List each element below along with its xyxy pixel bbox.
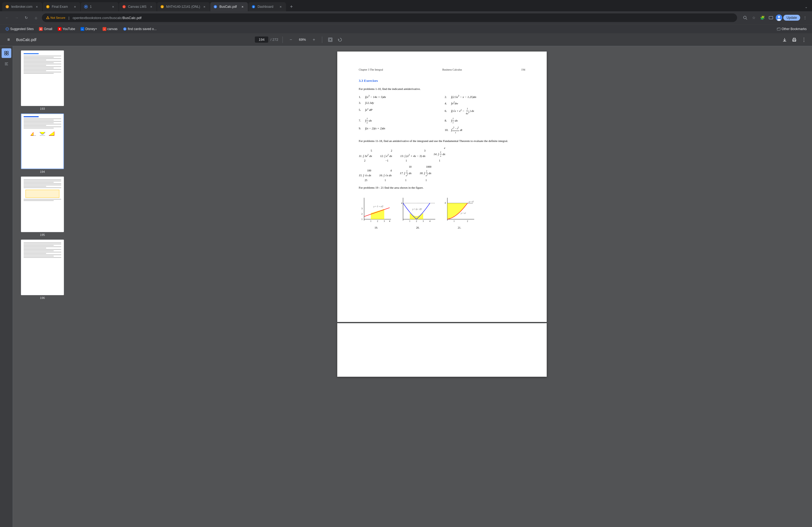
problem-9: 9. ∫(x − 2)(x + 2)dx (359, 126, 439, 134)
youtube-icon (58, 27, 61, 31)
outline-view-button[interactable] (2, 59, 11, 69)
extension-icon[interactable]: 🧩 (758, 14, 766, 21)
zoom-in-button[interactable]: + (310, 36, 318, 44)
tab-close-dashboard[interactable]: ✕ (278, 4, 283, 9)
svg-rect-36 (329, 39, 331, 41)
back-button[interactable]: ← (3, 14, 11, 21)
thumbnail-194[interactable]: 194 (21, 114, 64, 174)
tab-canvas[interactable]: C Canvas LMS ✕ (119, 2, 157, 11)
bookmark-find-cards-label: find cards saved o... (128, 27, 157, 31)
pdf-menu-button[interactable]: ≡ (4, 35, 13, 44)
thumb-img-195 (21, 177, 64, 232)
tab-close-canvas[interactable]: ✕ (149, 4, 153, 9)
home-button[interactable]: ⌂ (32, 14, 40, 21)
thumbnail-196[interactable]: 196 (21, 240, 64, 299)
tab-dashboard[interactable]: ★ Dashboard ✕ (248, 2, 286, 11)
bookmarks-folder-icon (777, 27, 781, 31)
tab-close-buscalc[interactable]: ✕ (240, 4, 245, 9)
other-bookmarks[interactable]: Other Bookmarks (775, 27, 809, 31)
svg-text:1: 1 (370, 220, 371, 223)
bookmark-icon[interactable]: ☆ (750, 14, 757, 21)
profile-avatar[interactable] (776, 15, 782, 21)
reload-button[interactable]: ↻ (23, 14, 30, 21)
zoom-out-button[interactable]: − (287, 36, 294, 44)
tab-buscalc[interactable]: B BusCalc.pdf ✕ (210, 2, 248, 11)
problem-18: 1000 18. ∫ 1x2 dx 1 (420, 165, 432, 182)
tab-expand-button[interactable]: ⌄ (802, 3, 810, 11)
bookmark-gmail[interactable]: M Gmail (37, 27, 54, 31)
pdf-page-content: Chapter 3 The Integral Business Calculus… (337, 51, 547, 322)
sidebar-icons (0, 46, 13, 527)
svg-text:c: c (104, 28, 105, 30)
cast-icon[interactable] (767, 14, 775, 21)
header-right: 194 (521, 67, 525, 72)
forward-button[interactable]: → (13, 14, 20, 21)
instruction-2: For problems 11-18, find an antiderivati… (359, 139, 525, 143)
other-bookmarks-label: Other Bookmarks (782, 27, 807, 31)
bookmark-disney[interactable]: D+ Disney+ (78, 27, 99, 31)
tab-math[interactable]: M MATH140-12141 (ONL) ✕ (157, 2, 210, 11)
more-options-pdf-icon[interactable]: ⋮ (800, 36, 808, 44)
search-icon[interactable] (741, 14, 749, 21)
bookmark-youtube[interactable]: YouTube (56, 27, 77, 31)
fit-page-button[interactable] (327, 36, 334, 44)
tab-favicon-buscalc: B (214, 5, 217, 9)
tab-close-1[interactable]: ✕ (111, 4, 115, 9)
svg-text:4: 4 (389, 220, 390, 223)
problem-1: 1. ∫(x3 − 14x + 5)dx (359, 94, 439, 99)
tab-close-textbroker[interactable]: ✕ (35, 4, 39, 9)
thumb-num-196: 196 (40, 296, 45, 299)
rotate-button[interactable] (336, 36, 344, 44)
bookmark-find-cards[interactable]: G find cards saved o... (121, 27, 159, 31)
svg-text:4: 4 (429, 220, 431, 223)
problem-2: 2. ∫(2.5x3 − x − 1.25)dx (445, 94, 525, 99)
tab-1[interactable]: 1 ✕ (81, 2, 118, 11)
bookmark-canvas[interactable]: c canvas (100, 27, 120, 31)
svg-rect-43 (7, 54, 8, 55)
divider (282, 36, 283, 43)
svg-text:1: 1 (453, 220, 454, 223)
tab-finalexam[interactable]: F Final Exam ✕ (43, 2, 80, 11)
svg-rect-35 (329, 38, 332, 42)
svg-text:y = x²: y = x² (461, 212, 466, 214)
tab-title-textbroker: textbroker.com (11, 5, 32, 9)
find-cards-icon: G (123, 27, 127, 31)
download-button[interactable] (781, 36, 788, 44)
graph-20-svg: 4 1 2 3 4 (399, 195, 437, 225)
browser-actions: ☆ 🧩 Update ⋮ (741, 14, 809, 21)
bookmark-suggested-sites[interactable]: Suggested Sites (3, 27, 36, 31)
url-input[interactable]: ! Not Secure | opentextbookstore.com/bus… (42, 13, 737, 22)
tab-title-finalexam: Final Exam (52, 5, 71, 9)
svg-rect-39 (793, 40, 795, 41)
svg-text:3: 3 (361, 207, 362, 210)
more-options-icon[interactable]: ⋮ (801, 14, 809, 21)
problem-16: 4 16. ∫ √x dx 1 (379, 168, 392, 182)
svg-line-16 (746, 18, 747, 19)
thumbnail-panel[interactable]: 193 (13, 46, 72, 527)
thumbnail-195[interactable]: 195 (21, 177, 64, 236)
thumb-num-195: 195 (40, 233, 45, 236)
update-button[interactable]: Update (783, 15, 800, 21)
pdf-viewer[interactable]: Chapter 3 The Integral Business Calculus… (72, 46, 812, 527)
svg-point-15 (743, 16, 746, 19)
svg-text:1: 1 (409, 220, 410, 223)
svg-text:y = 1 + x/2: y = 1 + x/2 (373, 205, 383, 208)
tab-close-math[interactable]: ✕ (202, 4, 206, 9)
svg-text:3: 3 (423, 220, 424, 223)
svg-rect-42 (4, 54, 6, 55)
print-button[interactable] (791, 36, 798, 44)
problem-14: e 14. ∫ 1x dx 1 (433, 146, 445, 163)
svg-text:★: ★ (253, 6, 254, 8)
problem-12: 2 12. ∫ x2 dx −1 (380, 149, 392, 163)
thumbnail-view-button[interactable] (2, 48, 11, 58)
page-input[interactable] (255, 36, 268, 43)
page-header: Chapter 3 The Integral Business Calculus… (359, 67, 525, 72)
svg-point-20 (777, 19, 781, 21)
thumbnail-193[interactable]: 193 (21, 50, 64, 110)
new-tab-button[interactable]: + (288, 3, 295, 11)
definite-problems: 5 11. ∫ 3x2 dx 2 2 12. ∫ x2 dx −1 3 13. … (359, 146, 525, 182)
tab-close-finalexam[interactable]: ✕ (73, 4, 77, 9)
header-left: Chapter 3 The Integral (359, 67, 383, 72)
tab-textbroker[interactable]: t textbroker.com ✕ (2, 2, 42, 11)
pdf-toolbar: ≡ BusCalc.pdf / 272 − 69% + ⋮ (0, 33, 812, 46)
